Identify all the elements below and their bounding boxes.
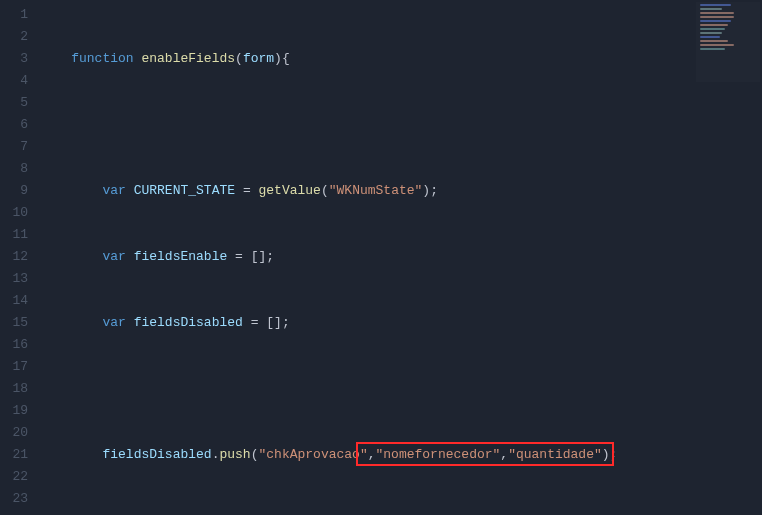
minimap-line (700, 4, 731, 6)
line-number: 2 (8, 26, 28, 48)
line-number: 21 (8, 444, 28, 466)
code-line[interactable] (40, 378, 762, 400)
minimap-line (700, 44, 734, 46)
minimap-line (700, 48, 725, 50)
code-line[interactable]: var CURRENT_STATE = getValue("WKNumState… (40, 180, 762, 202)
code-line[interactable]: var fieldsEnable = []; (40, 246, 762, 268)
minimap-line (700, 32, 722, 34)
line-number: 23 (8, 488, 28, 510)
minimap-line (700, 24, 728, 26)
code-line[interactable]: function enableFields(form){ (40, 48, 762, 70)
line-number: 20 (8, 422, 28, 444)
line-number: 15 (8, 312, 28, 334)
line-number: 5 (8, 92, 28, 114)
minimap[interactable] (696, 2, 760, 82)
code-line[interactable] (40, 114, 762, 136)
minimap-line (700, 8, 722, 10)
line-number: 7 (8, 136, 28, 158)
line-number: 22 (8, 466, 28, 488)
line-number: 3 (8, 48, 28, 70)
line-number: 6 (8, 114, 28, 136)
line-number: 11 (8, 224, 28, 246)
minimap-line (700, 36, 720, 38)
line-number: 8 (8, 158, 28, 180)
code-area[interactable]: function enableFields(form){ var CURRENT… (40, 0, 762, 515)
line-number: 1 (8, 4, 28, 26)
code-line[interactable] (40, 510, 762, 515)
line-number: 10 (8, 202, 28, 224)
line-number: 17 (8, 356, 28, 378)
line-number: 19 (8, 400, 28, 422)
line-number: 12 (8, 246, 28, 268)
line-number: 14 (8, 290, 28, 312)
line-number: 4 (8, 70, 28, 92)
minimap-line (700, 40, 728, 42)
line-number-gutter: 1 2 3 4 5 6 7 8 9 10 11 12 13 14 15 16 1… (0, 0, 40, 515)
code-line[interactable]: fieldsDisabled.push("chkAprovacao","nome… (40, 444, 762, 466)
minimap-line (700, 20, 731, 22)
minimap-line (700, 16, 734, 18)
minimap-line (700, 12, 734, 14)
line-number: 9 (8, 180, 28, 202)
line-number: 18 (8, 378, 28, 400)
code-editor: 1 2 3 4 5 6 7 8 9 10 11 12 13 14 15 16 1… (0, 0, 762, 515)
line-number: 13 (8, 268, 28, 290)
code-line[interactable]: var fieldsDisabled = []; (40, 312, 762, 334)
line-number: 16 (8, 334, 28, 356)
minimap-line (700, 28, 725, 30)
